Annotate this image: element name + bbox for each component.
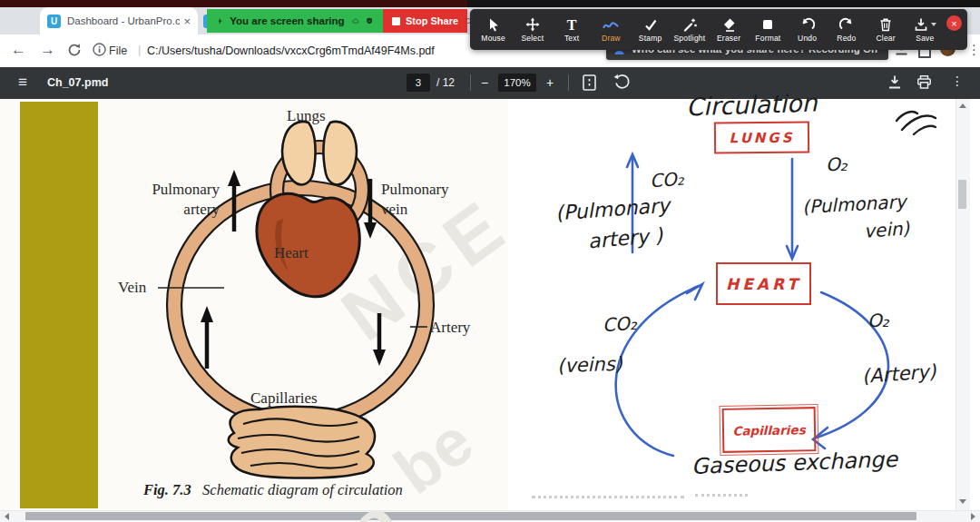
url-text[interactable]: C:/Users/tusha/Downloads/vxcxCrg6mTmdAf4… — [147, 44, 435, 57]
note-title: Circulation — [686, 88, 818, 121]
square-icon — [760, 17, 775, 32]
reload-icon[interactable] — [67, 43, 82, 57]
undo-icon — [800, 17, 815, 32]
url-separator: | — [138, 43, 141, 56]
svg-text:T: T — [567, 17, 577, 32]
tool-label: Draw — [602, 34, 621, 43]
save-dropdown-chevron-icon[interactable] — [931, 23, 936, 26]
tool-spotlight[interactable]: Spotlight — [670, 17, 709, 43]
print-icon[interactable] — [916, 74, 932, 90]
tool-draw[interactable]: Draw — [592, 17, 631, 43]
label-line: Pulmonary — [132, 180, 220, 200]
fit-page-icon[interactable] — [582, 74, 597, 92]
tool-label: Spotlight — [673, 34, 705, 43]
page-total: / 12 — [436, 76, 455, 89]
blurred-text-marks — [532, 496, 684, 498]
pdf-menu-icon[interactable]: ≡ — [18, 74, 27, 92]
forward-icon[interactable]: → — [40, 41, 55, 59]
tool-label: Clear — [876, 34, 895, 43]
text-icon: T — [564, 17, 579, 32]
tool-label: Redo — [837, 34, 856, 43]
tool-clear[interactable]: Clear — [867, 17, 906, 43]
label-lungs: Lungs — [287, 107, 326, 125]
pdf-download-icon[interactable] — [887, 74, 902, 90]
note-co2-upper: CO₂ — [649, 167, 685, 192]
toolbar-divider — [568, 74, 569, 91]
page-number-input[interactable]: 3 — [407, 74, 430, 92]
note-box-heart: HEART — [716, 262, 811, 305]
label-vein: Vein — [118, 279, 146, 297]
redo-icon — [839, 17, 854, 32]
horizontal-scrollbar-thumb[interactable] — [25, 512, 916, 520]
trash-icon — [878, 17, 893, 32]
scribble-icon — [603, 17, 619, 32]
tool-label: Eraser — [717, 34, 740, 43]
tool-label: Mouse — [481, 34, 505, 43]
wand-icon — [682, 17, 697, 32]
rotate-icon[interactable] — [613, 74, 631, 91]
tool-save[interactable]: Save — [906, 17, 945, 43]
note-box-capillaries: Capillaries — [722, 407, 817, 453]
stop-share-button[interactable]: Stop Share — [383, 9, 467, 33]
info-icon[interactable] — [93, 43, 106, 56]
pdf-title: Ch_07.pmd — [47, 76, 108, 89]
annotation-close-button[interactable]: × — [946, 15, 962, 31]
tool-undo[interactable]: Undo — [788, 17, 827, 43]
note-pulmonary-vein-2: vein) — [863, 217, 910, 241]
label-line: Pulmonary — [381, 180, 449, 200]
caption-number: Fig. 7.3 — [143, 481, 191, 498]
share-flash-icon — [218, 15, 222, 27]
screen: U Dashboard - UrbanPro.com × U o.cc You … — [0, 0, 980, 522]
annotation-toolbar: Mouse Select T Text Draw Stamp — [470, 9, 967, 50]
figure-caption: Fig. 7.3 Schematic diagram of circulatio… — [143, 481, 403, 499]
label-heart: Heart — [274, 244, 309, 262]
tool-label: Save — [916, 34, 934, 43]
check-icon — [643, 17, 658, 32]
label-capillaries: Capillaries — [250, 389, 318, 408]
tool-text[interactable]: T Text — [553, 17, 592, 43]
screen-share-status: You are screen sharing — [207, 9, 383, 33]
back-icon[interactable]: ← — [11, 41, 26, 59]
label-pulmonary-artery: Pulmonary artery — [132, 180, 220, 220]
eraser-icon — [721, 17, 736, 32]
note-o2-lower: O₂ — [867, 310, 889, 331]
tool-format[interactable]: Format — [749, 17, 788, 43]
scroll-right-icon[interactable] — [971, 513, 975, 520]
tool-select[interactable]: Select — [513, 17, 552, 43]
share-banner-text: You are screen sharing — [230, 15, 344, 26]
cursor-icon — [486, 17, 501, 32]
tool-label: Text — [564, 34, 579, 43]
blurred-text-marks — [695, 494, 748, 497]
tool-label: Stamp — [639, 34, 662, 43]
move-icon — [525, 17, 540, 32]
label-line: artery — [132, 200, 220, 220]
tool-redo[interactable]: Redo — [827, 17, 866, 43]
zoom-in-button[interactable]: + — [546, 75, 554, 90]
zoom-out-button[interactable]: − — [481, 75, 488, 90]
note-box-lungs: LUNGS — [714, 122, 809, 154]
label-line: vein — [381, 200, 449, 220]
cloud-icon — [352, 15, 359, 26]
urbanpro-favicon: U — [47, 15, 61, 28]
note-co2-lower: CO₂ — [602, 312, 637, 337]
tab-title: Dashboard - UrbanPro.com — [67, 15, 180, 26]
shield-check-icon — [367, 15, 372, 27]
stop-share-label: Stop Share — [406, 15, 458, 26]
tool-eraser[interactable]: Eraser — [710, 17, 749, 43]
note-o2-upper: O₂ — [826, 153, 848, 175]
tab-dashboard[interactable]: U Dashboard - UrbanPro.com × — [40, 7, 198, 34]
tool-label: Select — [521, 34, 544, 43]
note-veins: (veins) — [557, 353, 623, 377]
tab-close-icon[interactable]: × — [183, 15, 191, 28]
browser-menu-icon[interactable]: ⋮ — [967, 42, 980, 58]
label-artery: Artery — [430, 319, 470, 337]
stop-square-icon — [392, 17, 400, 25]
tool-mouse[interactable]: Mouse — [474, 17, 513, 43]
scroll-left-icon[interactable] — [5, 513, 9, 520]
tool-stamp[interactable]: Stamp — [631, 17, 670, 43]
tool-label: Format — [755, 34, 780, 43]
tool-label: Undo — [798, 34, 817, 43]
pdf-menu-dots-icon[interactable]: ⋮ — [951, 74, 964, 88]
zoom-level[interactable]: 170% — [498, 74, 536, 92]
url-scheme[interactable]: File — [109, 44, 127, 57]
